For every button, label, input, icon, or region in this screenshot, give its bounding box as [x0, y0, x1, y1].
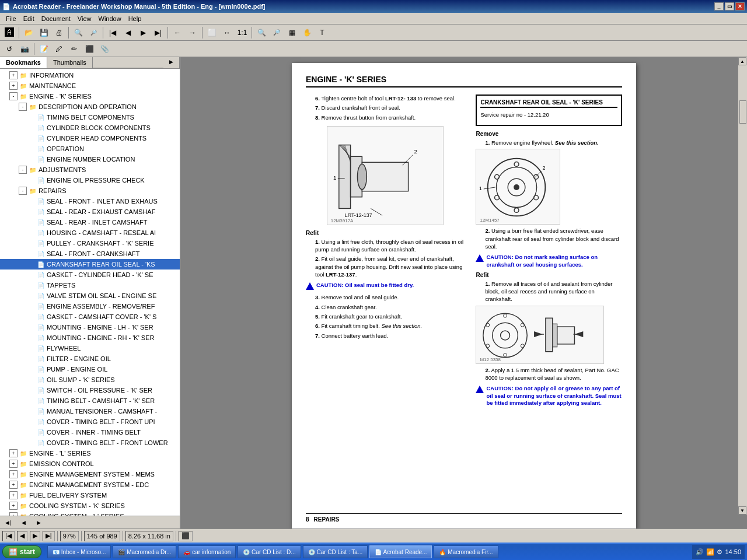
expand-desc-op[interactable]: - — [19, 103, 27, 111]
tree-item-oil-press[interactable]: 📄 ENGINE OIL PRESSURE CHECK — [0, 175, 180, 186]
panel-expand-all[interactable]: ▶ — [32, 516, 46, 529]
note-button[interactable]: 📝 — [37, 43, 51, 55]
tree-item-housing[interactable]: 📄 HOUSING - CAMSHAFT - RESEAL AI — [0, 228, 180, 238]
tree-item-filter[interactable]: 📄 FILTER - ENGINE OIL — [0, 354, 180, 364]
menu-document[interactable]: Document — [38, 14, 74, 23]
tree-item-eng-num[interactable]: 📄 ENGINE NUMBER LOCATION — [0, 154, 180, 164]
snapshot-button[interactable]: 📷 — [18, 43, 32, 55]
panel-expand-btn[interactable]: ▶ — [163, 57, 180, 68]
zoom-in-button[interactable]: 🔍 — [254, 26, 268, 39]
last-page-button[interactable]: ▶| — [151, 26, 165, 39]
open-button[interactable]: 📂 — [22, 26, 36, 39]
expand-maintenance[interactable]: + — [9, 82, 18, 90]
pen-button[interactable]: ✏ — [67, 43, 81, 55]
tree-item-edc[interactable]: + 📁 ENGINE MANAGEMENT SYSTEM - EDC — [0, 480, 180, 490]
highlight-button[interactable]: 🖊 — [52, 43, 66, 55]
tree-item-fuel[interactable]: + 📁 FUEL DELIVERY SYSTEM — [0, 490, 180, 501]
taskbar-macromedia-fir[interactable]: 🔥 Macromedia Fir... — [434, 545, 498, 558]
fit-page-button[interactable]: ⬜ — [205, 26, 219, 39]
menu-view[interactable]: View — [74, 14, 95, 23]
expand-repairs[interactable]: - — [19, 187, 27, 195]
expand-edc[interactable]: + — [9, 481, 18, 489]
fit-width-button[interactable]: ↔ — [220, 26, 234, 39]
taskbar-inbox[interactable]: 📧 Inbox - Microso... — [47, 545, 111, 558]
hand-button[interactable]: ✋ — [300, 26, 314, 39]
taskbar-acrobat[interactable]: 📄 Acrobat Reade... — [369, 545, 432, 558]
tree-item-mount-lh[interactable]: 📄 MOUNTING - ENGINE - LH - 'K' SER — [0, 322, 180, 332]
thumbnails-tab[interactable]: Thumbnails — [47, 57, 93, 68]
menu-window[interactable]: Window — [95, 14, 125, 23]
tree-item-seal-front[interactable]: 📄 SEAL - FRONT - INLET AND EXHAUS — [0, 196, 180, 206]
tree-item-timing-belt[interactable]: 📄 TIMING BELT COMPONENTS — [0, 112, 180, 123]
tree-item-seal-front-cr[interactable]: 📄 SEAL - FRONT - CRANKSHAFT — [0, 249, 180, 259]
expand-emission[interactable]: + — [9, 460, 18, 468]
tree-item-valve-stem[interactable]: 📄 VALVE STEM OIL SEAL - ENGINE SE — [0, 290, 180, 301]
tree-item-eng-assembly[interactable]: 📄 ENGINE ASSEMBLY - REMOVE/REF — [0, 301, 180, 312]
tree-item-cover-front-low[interactable]: 📄 COVER - TIMING BELT - FRONT LOWER — [0, 438, 180, 448]
scrollbar-vertical[interactable]: ▲ ▼ — [738, 57, 747, 514]
scroll-thumb[interactable] — [739, 100, 746, 124]
tree-item-mount-rh[interactable]: 📄 MOUNTING - ENGINE - RH - 'K' SER — [0, 332, 180, 343]
taskbar-car-info[interactable]: 🚗 car information — [178, 545, 236, 558]
tree-item-information[interactable]: + 📁 INFORMATION — [0, 70, 180, 80]
print-button[interactable]: 🖨 — [52, 26, 66, 39]
pdf-scroll-area[interactable]: ENGINE - 'K' SERIES 6. Tighten centre bo… — [181, 57, 747, 528]
scroll-up-btn[interactable]: ▲ — [738, 57, 746, 65]
close-button[interactable]: ✕ — [735, 2, 745, 10]
select-button[interactable]: ▦ — [285, 26, 299, 39]
tree-item-desc-op[interactable]: - 📁 DESCRIPTION AND OPERATION — [0, 102, 180, 112]
start-button[interactable]: 🪟 start — [2, 545, 41, 558]
menu-help[interactable]: Help — [125, 14, 145, 23]
tree-item-crankshaft-seal[interactable]: 📄 CRANKSHAFT REAR OIL SEAL - 'KS — [0, 259, 180, 270]
text-button[interactable]: T — [315, 26, 329, 39]
tree-item-timing-belt-cam[interactable]: 📄 TIMING BELT - CAMSHAFT - 'K' SER — [0, 396, 180, 406]
tree-item-emission[interactable]: + 📁 EMISSION CONTROL — [0, 459, 180, 469]
tree-item-maintenance[interactable]: + 📁 MAINTENANCE — [0, 80, 180, 91]
expand-cooling-k[interactable]: + — [9, 502, 18, 510]
prev-page-button[interactable]: ◀ — [121, 26, 135, 39]
tree-item-flywheel[interactable]: 📄 FLYWHEEL — [0, 343, 180, 354]
tree-item-repairs[interactable]: - 📁 REPAIRS — [0, 186, 180, 196]
panel-nav-start[interactable]: ◀| — [1, 516, 15, 529]
find-button[interactable]: 🔎 — [86, 26, 100, 39]
taskbar-car-cd-d[interactable]: 💿 Car CD List : D... — [238, 545, 301, 558]
tree-item-cover-inner[interactable]: 📄 COVER - INNER - TIMING BELT — [0, 427, 180, 438]
tree-item-switch[interactable]: 📄 SWITCH - OIL PRESSURE - 'K' SER — [0, 385, 180, 396]
tree-item-pump[interactable]: 📄 PUMP - ENGINE OIL — [0, 364, 180, 374]
tree-item-operation[interactable]: 📄 OPERATION — [0, 144, 180, 154]
expand-adjustments[interactable]: - — [19, 166, 27, 174]
status-nav-first[interactable]: |◀ — [2, 531, 15, 541]
status-nav-last[interactable]: ▶| — [43, 531, 55, 541]
taskbar-car-cd-t[interactable]: 💿 Car CD List : Ta... — [303, 545, 368, 558]
zoom-out-button[interactable]: 🔎 — [270, 26, 284, 39]
scroll-down-btn[interactable]: ▼ — [738, 506, 746, 514]
search-button[interactable]: 🔍 — [71, 26, 85, 39]
tree-item-gasket-cyl[interactable]: 📄 GASKET - CYLINDER HEAD - 'K' SE — [0, 270, 180, 280]
back-button[interactable]: ← — [170, 26, 184, 39]
tree-item-manual-tens[interactable]: 📄 MANUAL TENSIONER - CAMSHAFT - — [0, 406, 180, 416]
expand-fuel[interactable]: + — [9, 491, 18, 499]
status-nav-prev[interactable]: ◀ — [17, 531, 27, 541]
attach-button[interactable]: 📎 — [97, 43, 111, 55]
panel-nav-prev[interactable]: ◀ — [16, 516, 30, 529]
tree-item-seal-rear-in[interactable]: 📄 SEAL - REAR - INLET CAMSHAFT — [0, 217, 180, 228]
menu-file[interactable]: File — [2, 14, 20, 23]
save-button[interactable]: 💾 — [37, 26, 51, 39]
bookmarks-tab[interactable]: Bookmarks — [0, 57, 47, 68]
restore-button[interactable]: ▭ — [725, 2, 734, 10]
rotate-button[interactable]: ↺ — [2, 43, 16, 55]
expand-mems[interactable]: + — [9, 470, 18, 478]
tree-item-block-comp[interactable]: 📄 CYLINDER BLOCK COMPONENTS — [0, 123, 180, 133]
expand-engine-k[interactable]: - — [9, 92, 18, 100]
tree-item-cover-front-up[interactable]: 📄 COVER - TIMING BELT - FRONT UPI — [0, 416, 180, 427]
tree-item-seal-rear-ex[interactable]: 📄 SEAL - REAR - EXHAUST CAMSHAF — [0, 206, 180, 217]
tree-item-mems[interactable]: + 📁 ENGINE MANAGEMENT SYSTEM - MEMS — [0, 469, 180, 480]
taskbar-macromedia-dr[interactable]: 🎬 Macromedia Dr... — [113, 545, 176, 558]
forward-button[interactable]: → — [186, 26, 200, 39]
menu-edit[interactable]: Edit — [20, 14, 38, 23]
fit-actual-button[interactable]: 1:1 — [235, 26, 249, 39]
expand-information[interactable]: + — [9, 71, 18, 79]
tree-item-gasket-cam[interactable]: 📄 GASKET - CAMSHAFT COVER - 'K' S — [0, 312, 180, 322]
next-page-button[interactable]: ▶ — [136, 26, 150, 39]
expand-engine-l[interactable]: + — [9, 449, 18, 457]
